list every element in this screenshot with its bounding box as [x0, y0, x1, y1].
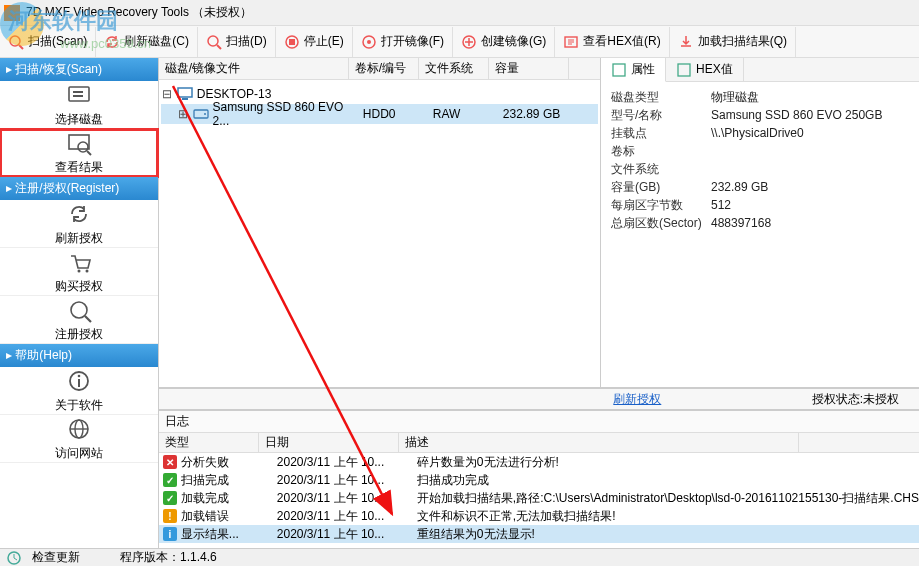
svg-rect-26 [178, 88, 192, 97]
tree-col-vol[interactable]: 卷标/编号 [349, 58, 419, 79]
log-col-type[interactable]: 类型 [159, 433, 259, 452]
view-result-icon [65, 129, 93, 157]
sidebar-item-website[interactable]: 访问网站 [0, 415, 158, 463]
svg-point-29 [204, 113, 206, 115]
sidebar-item-refresh-auth[interactable]: 刷新授权 [0, 200, 158, 248]
sidebar-header-scan[interactable]: ▸ 扫描/恢复(Scan) [0, 58, 158, 81]
version-label: 程序版本： [120, 550, 180, 564]
version: 1.1.4.6 [180, 550, 217, 564]
sidebar-item-select-disk[interactable]: 选择磁盘 [0, 81, 158, 129]
prop-row: 挂载点\\.\PhysicalDrive0 [611, 124, 909, 142]
titlebar: 7D MXF Video Recovery Tools （未授权） [0, 0, 919, 26]
refresh-auth-icon [65, 200, 93, 228]
svg-rect-30 [613, 64, 625, 76]
tree-child-row[interactable]: ⊞ Samsung SSD 860 EVO 2... HDD0 RAW 232.… [161, 104, 598, 124]
check-update[interactable]: 检查更新 [32, 549, 80, 566]
sidebar-item-view-result[interactable]: 查看结果 [0, 129, 158, 177]
website-icon [65, 415, 93, 443]
create-icon [461, 34, 477, 50]
sidebar-header-help[interactable]: ▸ 帮助(Help) [0, 344, 158, 367]
auth-state-label: 授权状态: [812, 392, 863, 406]
refresh-auth-link[interactable]: 刷新授权 [613, 391, 661, 408]
toolbar: 扫描(Scan)刷新磁盘(C)扫描(D)停止(E)打开镜像(F)创建镜像(G)查… [0, 26, 919, 58]
scan2-icon [206, 34, 222, 50]
svg-point-17 [85, 270, 88, 273]
sidebar-item-buy-auth[interactable]: 购买授权 [0, 248, 158, 296]
log-title: 日志 [159, 411, 919, 433]
auth-state: 未授权 [863, 392, 899, 406]
buy-auth-icon [65, 248, 93, 276]
log-col-date[interactable]: 日期 [259, 433, 399, 452]
stop-icon [284, 34, 300, 50]
hex-tab-icon [676, 62, 692, 78]
svg-line-3 [217, 45, 221, 49]
select-disk-icon [65, 81, 93, 109]
tree-child-label: Samsung SSD 860 EVO 2... [213, 100, 361, 128]
svg-point-2 [208, 36, 218, 46]
open-image-button[interactable]: 打开镜像(F) [353, 27, 453, 57]
scan-button[interactable]: 扫描(D) [198, 27, 276, 57]
auth-bar: 刷新授权 授权状态:未授权 [159, 388, 919, 410]
prop-row: 型号/名称Samsung SSD 860 EVO 250GB [611, 106, 909, 124]
log-row[interactable]: ✓加载完成2020/3/11 上午 10...开始加载扫描结果,路径:C:\Us… [159, 489, 919, 507]
log-col-desc[interactable]: 描述 [399, 433, 799, 452]
refresh-disks-button[interactable]: 刷新磁盘(C) [96, 27, 198, 57]
hex-icon [563, 34, 579, 50]
svg-point-21 [78, 375, 81, 378]
svg-rect-10 [69, 87, 89, 101]
prop-row: 每扇区字节数512 [611, 196, 909, 214]
svg-rect-31 [678, 64, 690, 76]
stop-button[interactable]: 停止(E) [276, 27, 353, 57]
open-icon [361, 34, 377, 50]
svg-point-16 [77, 270, 80, 273]
log-pane: 日志 类型日期描述 ✕分析失败2020/3/11 上午 10...碎片数量为0无… [159, 410, 919, 548]
tree-col-cap[interactable]: 容量 [489, 58, 569, 79]
sidebar-item-about[interactable]: 关于软件 [0, 367, 158, 415]
tab-hex[interactable]: HEX值 [666, 58, 744, 81]
tab-attr[interactable]: 属性 [601, 58, 666, 82]
svg-rect-5 [289, 39, 295, 45]
log-row[interactable]: ✕分析失败2020/3/11 上午 10...碎片数量为0无法进行分析! [159, 453, 919, 471]
svg-rect-13 [69, 135, 89, 149]
svg-rect-11 [73, 91, 83, 93]
log-row[interactable]: !加载错误2020/3/11 上午 10...文件和标识不正常,无法加载扫描结果… [159, 507, 919, 525]
disk-tree[interactable]: ⊟ DESKTOP-13 ⊞ Samsung SSD 860 EVO 2... … [159, 80, 600, 387]
about-icon [65, 367, 93, 395]
tree-col-disk[interactable]: 磁盘/镜像文件 [159, 58, 349, 79]
svg-line-15 [87, 151, 91, 155]
prop-row: 磁盘类型物理磁盘 [611, 88, 909, 106]
view-hex-button[interactable]: 查看HEX值(R) [555, 27, 669, 57]
tree-col-fs[interactable]: 文件系统 [419, 58, 489, 79]
svg-rect-22 [78, 379, 80, 387]
svg-point-18 [71, 302, 87, 318]
sidebar: ▸ 扫描/恢复(Scan)选择磁盘查看结果▸ 注册/授权(Register)刷新… [0, 58, 159, 548]
window-title: 7D MXF Video Recovery Tools （未授权） [26, 4, 252, 21]
log-ok-icon: ✓ [163, 473, 177, 487]
col-vol: HDD0 [363, 107, 433, 121]
load-scan-button[interactable]: 加载扫描结果(Q) [670, 27, 796, 57]
prop-row: 容量(GB)232.89 GB [611, 178, 909, 196]
refresh-icon [104, 34, 120, 50]
log-row[interactable]: ✓扫描完成2020/3/11 上午 10...扫描成功完成 [159, 471, 919, 489]
log-list[interactable]: ✕分析失败2020/3/11 上午 10...碎片数量为0无法进行分析!✓扫描完… [159, 453, 919, 548]
disk-tree-pane: 磁盘/镜像文件卷标/编号文件系统容量 ⊟ DESKTOP-13 ⊞ Sam [159, 58, 601, 387]
expand-icon[interactable]: ⊞ [177, 107, 189, 121]
log-info-icon: i [163, 527, 177, 541]
update-icon [6, 550, 22, 566]
sidebar-item-reg-auth[interactable]: 注册授权 [0, 296, 158, 344]
svg-point-7 [367, 40, 371, 44]
reg-auth-icon [65, 296, 93, 324]
statusbar: 检查更新 程序版本：1.1.4.6 [0, 548, 919, 566]
prop-row: 总扇区数(Sector)488397168 [611, 214, 909, 232]
svg-rect-27 [182, 98, 188, 100]
load-icon [678, 34, 694, 50]
collapse-icon[interactable]: ⊟ [161, 87, 173, 101]
prop-row: 卷标 [611, 142, 909, 160]
sidebar-header-register[interactable]: ▸ 注册/授权(Register) [0, 177, 158, 200]
create-image-button[interactable]: 创建镜像(G) [453, 27, 555, 57]
log-row[interactable]: i显示结果...2020/3/11 上午 10...重组结果为0无法显示! [159, 525, 919, 543]
col-fs: RAW [433, 107, 503, 121]
property-pane: 属性HEX值 磁盘类型物理磁盘型号/名称Samsung SSD 860 EVO … [601, 58, 919, 387]
attr-tab-icon [611, 62, 627, 78]
drive-icon [193, 106, 209, 122]
